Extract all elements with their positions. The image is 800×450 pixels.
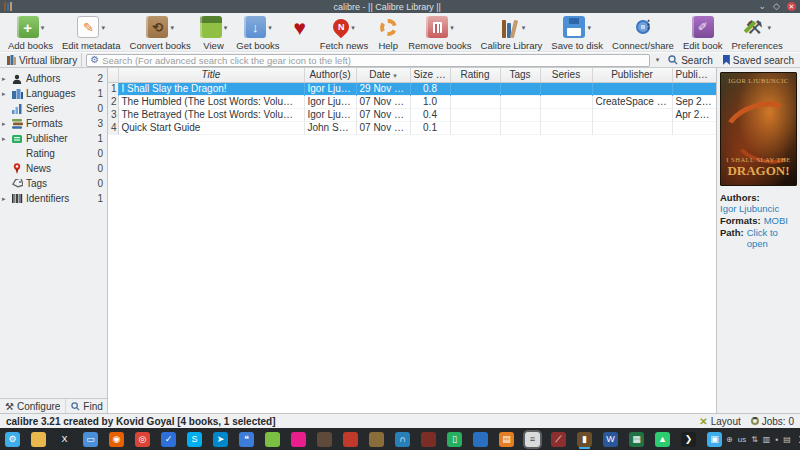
remove-books-button[interactable]: ▾ Remove books [404,15,475,51]
column-header-rating[interactable]: Rating [450,68,500,82]
saved-search-button[interactable]: Saved search [720,55,797,66]
cell-size[interactable]: 0.4 [410,108,450,121]
donate-button[interactable]: ♥ [285,15,315,40]
sidebar-item-news[interactable]: News 0 [0,161,107,176]
expand-arrow-icon[interactable]: ▸ [2,75,8,83]
help-button[interactable]: Help [373,15,403,51]
virtualbox-icon[interactable] [369,432,384,447]
cell-rating[interactable] [450,121,500,134]
word-icon[interactable]: W [603,432,618,447]
view-button[interactable]: ▾ View [196,15,232,51]
dropdown-arrow-icon[interactable]: ▾ [522,24,526,31]
cell-publisher[interactable]: CreateSpace Independent... [592,95,672,108]
cell-date[interactable]: 07 Nov 2018 [356,95,410,108]
sidebar-item-languages[interactable]: ▸ Languages 1 [0,86,107,101]
formats-link[interactable]: MOBI [764,215,788,226]
column-header-publisher[interactable]: Publisher [592,68,672,82]
search-input[interactable] [102,55,646,66]
search-history-dropdown-icon[interactable]: ▾ [654,56,662,64]
get-books-button[interactable]: ↓▾ Get books [232,15,283,51]
red-app-icon[interactable] [343,432,358,447]
cell-authors[interactable]: John Schember [304,121,356,134]
path-link[interactable]: Click to open [747,227,797,249]
cell-rating[interactable] [450,95,500,108]
configure-button[interactable]: ⚒ Configure [0,399,65,413]
find-button[interactable]: Find [65,399,107,413]
authors-link[interactable]: Igor Ljubuncic [720,203,779,214]
cell-authors[interactable]: Igor Ljubuncic [304,108,356,121]
sidebar-item-series[interactable]: Series 0 [0,101,107,116]
cell-title[interactable]: I Shall Slay the Dragon! [118,82,304,95]
chart-app-icon[interactable]: ▲ [655,432,670,447]
table-row[interactable]: 4 Quick Start Guide John Schember 07 Nov… [108,121,716,134]
app-launcher-icon[interactable]: ⚙ [5,432,20,447]
expand-arrow-icon[interactable]: ▸ [2,195,8,203]
browser-app-icon[interactable] [265,432,280,447]
calibre-taskbar-icon[interactable]: ▮ [577,432,592,447]
telegram-icon[interactable]: ➤ [213,432,228,447]
sidebar-item-publisher[interactable]: ▸ Publisher 1 [0,131,107,146]
folder-app-icon[interactable]: ▣ [707,432,722,447]
lock-tray-icon[interactable]: ▪ [775,435,778,444]
calibre-library-button[interactable]: ▾ Calibre Library [477,15,547,51]
green-doc-app-icon[interactable]: ▯ [447,432,462,447]
table-row-selected[interactable]: 1 I Shall Slay the Dragon! Igor Ljubunci… [108,82,716,95]
window-app-icon[interactable]: ▭ [83,432,98,447]
gimp-icon[interactable] [317,432,332,447]
sidebar-item-rating[interactable]: Rating 0 [0,146,107,161]
cell-tags[interactable] [500,95,540,108]
cell-published[interactable] [672,82,716,95]
convert-books-button[interactable]: ⟲▾ Convert books [126,15,195,51]
desktop-pager-icon[interactable] [31,432,46,447]
jobs-button[interactable]: Jobs: 0 [751,416,794,427]
book-cover-image[interactable]: IGOR LJUBUNCIC I SHALL SLAY THE DRAGON! [720,72,797,186]
cell-publisher[interactable] [592,121,672,134]
orange-doc-app-icon[interactable]: ▤ [499,432,514,447]
keyboard-layout-icon[interactable]: us [738,435,746,444]
cell-size[interactable]: 1.0 [410,95,450,108]
column-header-series[interactable]: Series [540,68,592,82]
cell-tags[interactable] [500,108,540,121]
column-header-published[interactable]: Published [672,68,716,82]
sidebar-item-tags[interactable]: Tags 0 [0,176,107,191]
maximize-icon[interactable]: ◇ [773,2,780,11]
cell-date[interactable]: 29 Nov 2018 [356,82,410,95]
layout-button[interactable]: ✕ Layout [699,416,740,427]
cell-rating[interactable] [450,82,500,95]
battery-tray-icon[interactable]: ▥ [763,435,771,444]
messenger-icon[interactable]: ❝ [239,432,254,447]
cell-publisher[interactable] [592,108,672,121]
dropdown-arrow-icon[interactable]: ▾ [224,24,228,31]
cell-series[interactable] [540,95,592,108]
cell-rating[interactable] [450,108,500,121]
spreadsheet-icon[interactable]: ▦ [629,432,644,447]
cell-series[interactable] [540,121,592,134]
gear-icon[interactable]: ⚙ [90,55,99,65]
dropdown-arrow-icon[interactable]: ▾ [41,24,45,31]
column-header-num[interactable] [108,68,118,82]
cell-authors[interactable]: Igor Ljubuncic [304,95,356,108]
pink-app-icon[interactable] [291,432,306,447]
edit-book-button[interactable]: ✐ Edit book [679,15,727,51]
text-editor-icon[interactable]: ≡ [525,432,540,447]
dropdown-arrow-icon[interactable]: ▾ [170,24,174,31]
cell-published[interactable]: Sep 2015 [672,95,716,108]
dropdown-arrow-icon[interactable]: ▾ [450,24,454,31]
skype-icon[interactable]: S [187,432,202,447]
headset-app-icon[interactable]: ∩ [395,432,410,447]
column-header-authors[interactable]: Author(s) [304,68,356,82]
save-to-disk-button[interactable]: ▾ Save to disk [547,15,607,51]
terminal-icon[interactable]: ❯ [681,432,696,447]
cell-published[interactable] [672,121,716,134]
search-button[interactable]: Search [665,55,716,66]
globe-tray-icon[interactable]: ⊕ [726,435,733,444]
cell-date[interactable]: 07 Nov 2018 [356,121,410,134]
clipboard-tray-icon[interactable]: ▤ [783,435,791,444]
cell-date[interactable]: 07 Nov 2018 [356,108,410,121]
preferences-button[interactable]: ⚒▾ Preferences [728,15,787,51]
table-row[interactable]: 2 The Humbled (The Lost Words: Volume 4)… [108,95,716,108]
fetch-news-button[interactable]: N▾ Fetch news [316,15,373,51]
network-tray-icon[interactable]: ⇅ [751,435,758,444]
cell-title[interactable]: Quick Start Guide [118,121,304,134]
dropdown-arrow-icon[interactable]: ▾ [101,24,105,31]
